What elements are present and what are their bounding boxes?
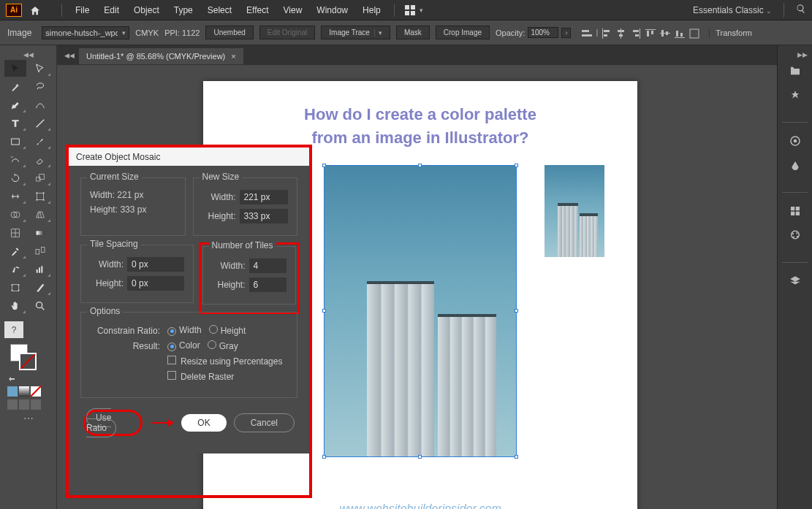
panel-collapse-icon[interactable]: ◀◀ bbox=[4, 50, 52, 60]
slice-tool[interactable] bbox=[29, 279, 51, 296]
swatches-panel-icon[interactable] bbox=[782, 200, 808, 222]
hand-tool[interactable] bbox=[4, 297, 26, 314]
resize-handle[interactable] bbox=[322, 455, 326, 459]
constrain-height-radio[interactable]: Height bbox=[209, 325, 246, 336]
spacing-height-input[interactable]: 0 px bbox=[127, 276, 184, 291]
fill-stroke-swatch[interactable] bbox=[10, 344, 39, 370]
brushes-panel-icon[interactable] bbox=[782, 225, 808, 247]
resize-handle[interactable] bbox=[515, 309, 518, 313]
delete-raster-checkbox[interactable]: Delete Raster bbox=[167, 371, 234, 382]
arrange-documents[interactable]: ▾ bbox=[405, 5, 423, 15]
resize-handle[interactable] bbox=[515, 164, 518, 167]
gradient-mode-swatch[interactable] bbox=[19, 386, 29, 397]
menu-window[interactable]: Window bbox=[309, 5, 355, 15]
edit-toolbar-icon[interactable]: ⋯ bbox=[4, 413, 52, 424]
column-graph-tool[interactable] bbox=[29, 261, 51, 278]
workspace-switcher[interactable]: Essentials Classic ⌄ bbox=[693, 5, 772, 15]
placed-image-selected[interactable] bbox=[324, 165, 517, 457]
menu-object[interactable]: Object bbox=[126, 5, 167, 15]
properties-panel-icon[interactable] bbox=[782, 60, 808, 82]
chevron-right-icon[interactable]: › bbox=[561, 28, 571, 38]
ok-button[interactable]: OK bbox=[181, 414, 226, 432]
align-left-icon[interactable] bbox=[601, 28, 612, 38]
menu-type[interactable]: Type bbox=[167, 5, 200, 15]
tab-close-icon[interactable]: × bbox=[231, 52, 235, 61]
image-trace-button[interactable]: Image Trace▾ bbox=[321, 26, 390, 39]
placed-image-thumbnail[interactable] bbox=[545, 165, 604, 257]
panel-expand-icon[interactable]: ▶▶ bbox=[782, 50, 808, 60]
menu-effect[interactable]: Effect bbox=[239, 5, 276, 15]
linked-file-dropdown[interactable]: simone-hutsch-_wpce-A...▾ bbox=[42, 26, 129, 39]
shaper-tool[interactable] bbox=[4, 151, 26, 168]
draw-inside-icon[interactable] bbox=[31, 399, 41, 410]
color-mode-swatch[interactable] bbox=[7, 386, 18, 397]
constrain-width-radio[interactable]: Width bbox=[167, 325, 202, 336]
resize-percentages-checkbox[interactable]: Resize using Percentages bbox=[167, 356, 282, 367]
eyedropper-tool[interactable] bbox=[4, 242, 26, 259]
menu-edit[interactable]: Edit bbox=[96, 5, 126, 15]
paintbrush-tool[interactable] bbox=[29, 133, 51, 150]
zoom-tool[interactable] bbox=[29, 297, 51, 314]
result-color-radio[interactable]: Color bbox=[167, 340, 200, 351]
opacity-control[interactable]: Opacity: 100% › bbox=[496, 27, 571, 38]
resize-handle[interactable] bbox=[418, 164, 422, 167]
cancel-button[interactable]: Cancel bbox=[234, 413, 295, 432]
search-icon[interactable] bbox=[796, 4, 806, 16]
draw-normal-icon[interactable] bbox=[7, 399, 18, 410]
artboard-tool[interactable] bbox=[4, 279, 26, 296]
mask-button[interactable]: Mask bbox=[396, 26, 430, 39]
dialog-title-bar[interactable]: Create Object Mosaic bbox=[69, 148, 309, 166]
gradient-tool[interactable] bbox=[29, 224, 51, 241]
symbol-sprayer-tool[interactable] bbox=[4, 261, 26, 278]
lasso-tool[interactable] bbox=[29, 78, 51, 95]
libraries-panel-icon[interactable] bbox=[782, 85, 808, 107]
align-middle-icon[interactable] bbox=[659, 28, 671, 38]
transform-link[interactable]: Transform bbox=[709, 28, 752, 37]
direct-selection-tool[interactable] bbox=[29, 60, 51, 77]
resize-handle[interactable] bbox=[322, 309, 326, 313]
color-guide-panel-icon[interactable] bbox=[782, 155, 808, 177]
crop-image-button[interactable]: Crop Image bbox=[436, 26, 490, 39]
eraser-tool[interactable] bbox=[29, 151, 51, 168]
none-mode-swatch[interactable] bbox=[31, 386, 41, 397]
tiles-width-input[interactable]: 4 bbox=[249, 259, 287, 273]
menu-select[interactable]: Select bbox=[200, 5, 239, 15]
align-icon[interactable] bbox=[581, 28, 593, 38]
rectangle-tool[interactable] bbox=[4, 133, 26, 150]
color-panel-icon[interactable] bbox=[782, 130, 808, 152]
rotate-tool[interactable] bbox=[4, 169, 26, 186]
document-tab[interactable]: Untitled-1* @ 85.68% (CMYK/Preview) × bbox=[79, 48, 243, 64]
layers-panel-icon[interactable] bbox=[782, 270, 808, 292]
draw-behind-icon[interactable] bbox=[19, 399, 29, 410]
blend-tool[interactable] bbox=[29, 242, 51, 259]
swap-icon[interactable] bbox=[7, 373, 19, 383]
home-icon[interactable] bbox=[29, 5, 41, 15]
result-gray-radio[interactable]: Gray bbox=[208, 340, 238, 351]
align-center-icon[interactable] bbox=[615, 28, 627, 38]
scale-tool[interactable] bbox=[29, 169, 51, 186]
align-top-icon[interactable] bbox=[645, 28, 656, 38]
pen-tool[interactable] bbox=[4, 96, 26, 113]
menu-help[interactable]: Help bbox=[355, 5, 388, 15]
align-bottom-icon[interactable] bbox=[674, 28, 686, 38]
resize-handle[interactable] bbox=[515, 455, 518, 459]
isolate-icon[interactable] bbox=[688, 28, 700, 38]
tiles-height-input[interactable]: 6 bbox=[249, 278, 287, 292]
resize-handle[interactable] bbox=[418, 455, 422, 459]
curvature-tool[interactable] bbox=[29, 96, 51, 113]
new-height-input[interactable]: 333 px bbox=[240, 209, 289, 223]
mesh-tool[interactable] bbox=[4, 224, 26, 241]
menu-file[interactable]: File bbox=[68, 5, 96, 15]
tab-scroll-icon[interactable]: ◀◀ bbox=[60, 52, 79, 59]
width-tool[interactable] bbox=[4, 188, 26, 204]
stroke-swatch[interactable] bbox=[19, 353, 37, 370]
menu-view[interactable]: View bbox=[276, 5, 310, 15]
resize-handle[interactable] bbox=[322, 164, 326, 167]
unembed-button[interactable]: Unembed bbox=[205, 26, 253, 39]
free-transform-tool[interactable] bbox=[29, 188, 51, 204]
new-width-input[interactable]: 221 px bbox=[240, 190, 289, 204]
align-right-icon[interactable] bbox=[630, 28, 642, 38]
spacing-width-input[interactable]: 0 px bbox=[127, 257, 184, 272]
use-ratio-button[interactable]: Use Ratio bbox=[86, 408, 116, 437]
opacity-input[interactable]: 100% bbox=[528, 27, 558, 38]
